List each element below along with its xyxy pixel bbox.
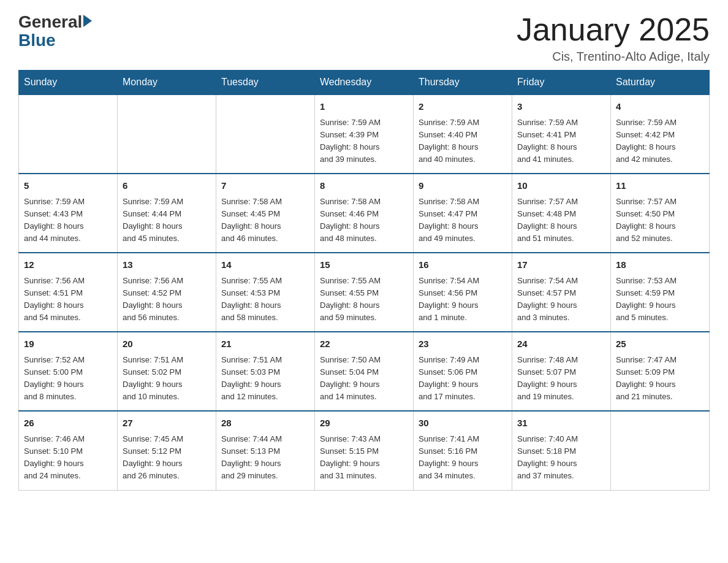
day-number: 5 <box>24 179 112 193</box>
day-info: Sunrise: 7:56 AMSunset: 4:52 PMDaylight:… <box>123 275 211 324</box>
table-row: 17Sunrise: 7:54 AMSunset: 4:57 PMDayligh… <box>512 253 611 332</box>
day-number: 28 <box>221 416 309 431</box>
day-number: 31 <box>517 416 605 431</box>
table-row: 29Sunrise: 7:43 AMSunset: 5:15 PMDayligh… <box>315 411 414 490</box>
calendar-subtitle: Cis, Trentino-Alto Adige, Italy <box>517 50 710 64</box>
day-info: Sunrise: 7:51 AMSunset: 5:02 PMDaylight:… <box>123 354 211 404</box>
day-number: 1 <box>320 100 408 114</box>
table-row: 5Sunrise: 7:59 AMSunset: 4:43 PMDaylight… <box>19 174 118 253</box>
calendar-week-row: 1Sunrise: 7:59 AMSunset: 4:39 PMDaylight… <box>19 94 710 174</box>
table-row: 21Sunrise: 7:51 AMSunset: 5:03 PMDayligh… <box>216 332 315 411</box>
day-number: 30 <box>419 416 507 431</box>
logo-arrow-icon <box>83 15 92 27</box>
table-row: 2Sunrise: 7:59 AMSunset: 4:40 PMDaylight… <box>414 94 512 174</box>
day-info: Sunrise: 7:52 AMSunset: 5:00 PMDaylight:… <box>24 354 112 404</box>
day-number: 25 <box>616 337 704 351</box>
day-number: 6 <box>123 179 211 193</box>
day-number: 17 <box>517 258 605 272</box>
day-number: 13 <box>123 258 211 272</box>
day-number: 14 <box>221 258 309 272</box>
table-row: 1Sunrise: 7:59 AMSunset: 4:39 PMDaylight… <box>315 94 414 174</box>
day-info: Sunrise: 7:58 AMSunset: 4:47 PMDaylight:… <box>419 196 507 245</box>
day-info: Sunrise: 7:59 AMSunset: 4:39 PMDaylight:… <box>320 117 408 166</box>
table-row: 8Sunrise: 7:58 AMSunset: 4:46 PMDaylight… <box>315 174 414 253</box>
logo-general-text: General <box>18 12 82 32</box>
table-row: 12Sunrise: 7:56 AMSunset: 4:51 PMDayligh… <box>19 253 118 332</box>
table-row: 10Sunrise: 7:57 AMSunset: 4:48 PMDayligh… <box>512 174 611 253</box>
day-number: 8 <box>320 179 408 193</box>
day-info: Sunrise: 7:54 AMSunset: 4:57 PMDaylight:… <box>517 275 605 324</box>
day-info: Sunrise: 7:58 AMSunset: 4:46 PMDaylight:… <box>320 196 408 245</box>
table-row: 14Sunrise: 7:55 AMSunset: 4:53 PMDayligh… <box>216 253 315 332</box>
day-number: 18 <box>616 258 704 272</box>
table-row: 15Sunrise: 7:55 AMSunset: 4:55 PMDayligh… <box>315 253 414 332</box>
day-info: Sunrise: 7:59 AMSunset: 4:44 PMDaylight:… <box>123 196 211 245</box>
table-row: 18Sunrise: 7:53 AMSunset: 4:59 PMDayligh… <box>611 253 710 332</box>
day-info: Sunrise: 7:59 AMSunset: 4:41 PMDaylight:… <box>517 117 605 166</box>
table-row: 31Sunrise: 7:40 AMSunset: 5:18 PMDayligh… <box>512 411 611 490</box>
day-info: Sunrise: 7:59 AMSunset: 4:40 PMDaylight:… <box>419 117 507 166</box>
table-row <box>216 94 315 174</box>
calendar-week-row: 5Sunrise: 7:59 AMSunset: 4:43 PMDaylight… <box>19 174 710 253</box>
day-number: 24 <box>517 337 605 351</box>
day-info: Sunrise: 7:59 AMSunset: 4:43 PMDaylight:… <box>24 196 112 245</box>
calendar-table: Sunday Monday Tuesday Wednesday Thursday… <box>18 70 710 490</box>
day-number: 11 <box>616 179 704 193</box>
day-number: 22 <box>320 337 408 351</box>
table-row: 23Sunrise: 7:49 AMSunset: 5:06 PMDayligh… <box>414 332 512 411</box>
table-row: 20Sunrise: 7:51 AMSunset: 5:02 PMDayligh… <box>118 332 216 411</box>
day-number: 26 <box>24 416 112 431</box>
day-number: 15 <box>320 258 408 272</box>
table-row: 13Sunrise: 7:56 AMSunset: 4:52 PMDayligh… <box>118 253 216 332</box>
day-info: Sunrise: 7:57 AMSunset: 4:50 PMDaylight:… <box>616 196 704 245</box>
table-row: 22Sunrise: 7:50 AMSunset: 5:04 PMDayligh… <box>315 332 414 411</box>
day-info: Sunrise: 7:51 AMSunset: 5:03 PMDaylight:… <box>221 354 309 404</box>
day-info: Sunrise: 7:44 AMSunset: 5:13 PMDaylight:… <box>221 433 309 483</box>
table-row: 4Sunrise: 7:59 AMSunset: 4:42 PMDaylight… <box>611 94 710 174</box>
day-info: Sunrise: 7:56 AMSunset: 4:51 PMDaylight:… <box>24 275 112 324</box>
header-sunday: Sunday <box>19 71 118 95</box>
table-row: 28Sunrise: 7:44 AMSunset: 5:13 PMDayligh… <box>216 411 315 490</box>
day-number: 19 <box>24 337 112 351</box>
day-info: Sunrise: 7:43 AMSunset: 5:15 PMDaylight:… <box>320 433 408 483</box>
day-info: Sunrise: 7:40 AMSunset: 5:18 PMDaylight:… <box>517 433 605 483</box>
day-number: 7 <box>221 179 309 193</box>
day-number: 4 <box>616 100 704 114</box>
title-block: January 2025 Cis, Trentino-Alto Adige, I… <box>517 12 710 64</box>
calendar-week-row: 26Sunrise: 7:46 AMSunset: 5:10 PMDayligh… <box>19 411 710 490</box>
table-row: 6Sunrise: 7:59 AMSunset: 4:44 PMDaylight… <box>118 174 216 253</box>
day-info: Sunrise: 7:53 AMSunset: 4:59 PMDaylight:… <box>616 275 704 324</box>
table-row: 9Sunrise: 7:58 AMSunset: 4:47 PMDaylight… <box>414 174 512 253</box>
calendar-week-row: 19Sunrise: 7:52 AMSunset: 5:00 PMDayligh… <box>19 332 710 411</box>
day-info: Sunrise: 7:47 AMSunset: 5:09 PMDaylight:… <box>616 354 704 404</box>
day-number: 23 <box>419 337 507 351</box>
day-info: Sunrise: 7:57 AMSunset: 4:48 PMDaylight:… <box>517 196 605 245</box>
day-info: Sunrise: 7:48 AMSunset: 5:07 PMDaylight:… <box>517 354 605 404</box>
day-number: 20 <box>123 337 211 351</box>
table-row: 27Sunrise: 7:45 AMSunset: 5:12 PMDayligh… <box>118 411 216 490</box>
table-row: 25Sunrise: 7:47 AMSunset: 5:09 PMDayligh… <box>611 332 710 411</box>
table-row: 24Sunrise: 7:48 AMSunset: 5:07 PMDayligh… <box>512 332 611 411</box>
calendar-header-row: Sunday Monday Tuesday Wednesday Thursday… <box>19 71 710 95</box>
day-info: Sunrise: 7:55 AMSunset: 4:55 PMDaylight:… <box>320 275 408 324</box>
table-row <box>118 94 216 174</box>
header-wednesday: Wednesday <box>315 71 414 95</box>
logo-blue-text: Blue <box>18 31 92 50</box>
table-row: 30Sunrise: 7:41 AMSunset: 5:16 PMDayligh… <box>414 411 512 490</box>
calendar-title: January 2025 <box>517 12 710 47</box>
day-info: Sunrise: 7:41 AMSunset: 5:16 PMDaylight:… <box>419 433 507 483</box>
day-info: Sunrise: 7:49 AMSunset: 5:06 PMDaylight:… <box>419 354 507 404</box>
header-tuesday: Tuesday <box>216 71 315 95</box>
day-info: Sunrise: 7:46 AMSunset: 5:10 PMDaylight:… <box>24 433 112 483</box>
day-number: 29 <box>320 416 408 431</box>
day-number: 12 <box>24 258 112 272</box>
table-row: 11Sunrise: 7:57 AMSunset: 4:50 PMDayligh… <box>611 174 710 253</box>
header-monday: Monday <box>118 71 216 95</box>
header-saturday: Saturday <box>611 71 710 95</box>
day-info: Sunrise: 7:54 AMSunset: 4:56 PMDaylight:… <box>419 275 507 324</box>
table-row: 16Sunrise: 7:54 AMSunset: 4:56 PMDayligh… <box>414 253 512 332</box>
table-row: 26Sunrise: 7:46 AMSunset: 5:10 PMDayligh… <box>19 411 118 490</box>
day-info: Sunrise: 7:50 AMSunset: 5:04 PMDaylight:… <box>320 354 408 404</box>
calendar-week-row: 12Sunrise: 7:56 AMSunset: 4:51 PMDayligh… <box>19 253 710 332</box>
page-header: General Blue January 2025 Cis, Trentino-… <box>18 12 710 64</box>
